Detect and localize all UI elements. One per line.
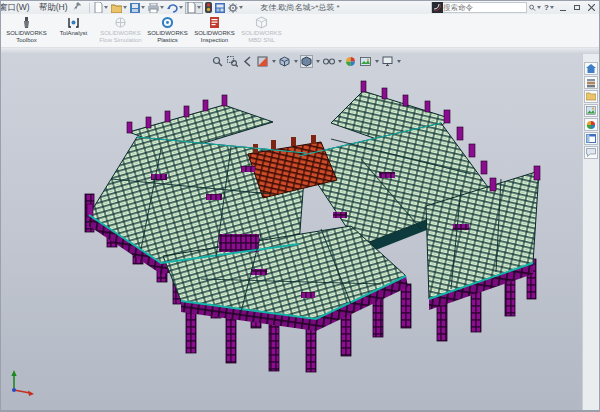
plastics-icon xyxy=(161,16,174,29)
heads-up-toolbar xyxy=(211,55,401,68)
chevron-down-icon xyxy=(338,60,342,63)
minimize-button[interactable] xyxy=(557,2,569,13)
addin-label: Inspection xyxy=(201,37,228,44)
minimize-icon xyxy=(560,10,566,11)
print-button[interactable] xyxy=(147,2,165,14)
addin-label: TolAnalyst xyxy=(60,30,87,37)
section-view-button[interactable] xyxy=(256,55,269,68)
pin-menu-icon[interactable] xyxy=(74,2,82,13)
chevron-down-icon xyxy=(197,6,201,9)
addin-label: Toolbox xyxy=(16,37,37,44)
triad-x-arrow xyxy=(28,390,34,396)
workspace xyxy=(1,54,599,410)
undo-button[interactable] xyxy=(166,2,184,14)
addin-inspection[interactable]: SOLIDWORKS Inspection xyxy=(191,16,238,47)
triad-y-arrow xyxy=(11,370,16,376)
zoom-to-area-button[interactable] xyxy=(226,55,239,68)
inspection-icon xyxy=(208,16,221,29)
menubar: 窗口(W) 帮助(H) xyxy=(0,2,70,14)
task-pane-home-tab[interactable] xyxy=(584,62,598,75)
solidworks-logo-icon xyxy=(432,2,443,13)
view-palette-icon xyxy=(586,106,596,115)
command-manager: SOLIDWORKS Toolbox TolAnalyst SOLIDWORKS… xyxy=(1,14,599,47)
help-button[interactable]: ? xyxy=(543,2,555,13)
quick-access-toolbar xyxy=(93,2,244,14)
options-button[interactable] xyxy=(227,2,244,14)
addin-plastics[interactable]: SOLIDWORKS Plastics xyxy=(144,16,191,47)
display-settings-button[interactable] xyxy=(214,2,226,14)
model-canvas[interactable] xyxy=(1,54,582,410)
chevron-down-icon xyxy=(375,60,379,63)
task-pane-appearances-tab[interactable] xyxy=(584,118,598,131)
rebuild-button[interactable] xyxy=(204,2,213,14)
task-pane-file-explorer-tab[interactable] xyxy=(584,90,598,103)
task-pane-custom-properties-tab[interactable] xyxy=(584,132,598,145)
menu-window[interactable]: 窗口(W) xyxy=(0,2,32,14)
addin-label: Plastics xyxy=(157,37,178,44)
addin-flow-simulation: SOLIDWORKS Flow Simulation xyxy=(97,16,144,47)
document-title: 友佳.欧尚名城>*总装 * xyxy=(260,2,339,13)
task-pane xyxy=(582,54,599,410)
chevron-down-icon xyxy=(179,6,183,9)
command-manager-strip xyxy=(1,47,599,54)
chevron-down-icon xyxy=(239,6,243,9)
chevron-down-icon xyxy=(141,6,145,9)
search-input[interactable] xyxy=(443,3,521,12)
restore-icon xyxy=(574,5,580,10)
chevron-down-icon xyxy=(537,6,541,9)
titlebar: 窗口(W) 帮助(H) xyxy=(1,1,599,14)
chevron-down-icon xyxy=(550,6,554,9)
addin-solidworks-toolbox[interactable]: SOLIDWORKS Toolbox xyxy=(3,16,50,47)
tolanalyst-icon xyxy=(67,16,80,29)
open-button[interactable] xyxy=(110,2,128,14)
task-pane-design-library-tab[interactable] xyxy=(584,76,598,89)
graphics-viewport[interactable] xyxy=(1,54,582,410)
hide-show-items-button[interactable] xyxy=(322,55,335,68)
edit-appearance-button[interactable] xyxy=(344,55,357,68)
separator xyxy=(89,3,90,13)
display-style-button[interactable] xyxy=(300,55,313,68)
forum-icon xyxy=(586,148,596,157)
task-pane-view-palette-tab[interactable] xyxy=(584,104,598,117)
custom-properties-icon xyxy=(586,134,596,143)
previous-view-button[interactable] xyxy=(241,55,254,68)
addin-tolanalyst[interactable]: TolAnalyst xyxy=(50,16,97,47)
design-library-icon xyxy=(586,78,596,88)
new-document-button[interactable] xyxy=(93,2,109,14)
addin-label: Flow Simulation xyxy=(99,37,141,44)
solidworks-window: 窗口(W) 帮助(H) xyxy=(0,0,600,412)
toolbox-icon xyxy=(20,16,33,29)
chevron-down-icon xyxy=(104,6,108,9)
restore-button[interactable] xyxy=(571,2,583,13)
help-label: ? xyxy=(544,3,549,12)
chevron-down-icon xyxy=(397,60,401,63)
chevron-down-icon xyxy=(160,6,164,9)
reference-triad xyxy=(5,366,37,396)
view-settings-button[interactable] xyxy=(381,55,394,68)
triad-x-axis xyxy=(14,390,30,393)
appearances-icon xyxy=(586,120,596,130)
menu-help[interactable]: 帮助(H) xyxy=(37,2,70,14)
chevron-down-icon xyxy=(123,6,127,9)
flow-simulation-icon xyxy=(114,16,127,29)
formwork-model[interactable] xyxy=(85,81,540,372)
chevron-down-icon xyxy=(294,60,298,63)
triad-z-dot xyxy=(12,388,16,392)
home-icon xyxy=(586,64,596,74)
titlebar-right: ? xyxy=(431,2,599,13)
view-orientation-button[interactable] xyxy=(278,55,291,68)
chevron-down-icon xyxy=(316,60,320,63)
apply-scene-button[interactable] xyxy=(359,55,372,68)
file-properties-button[interactable] xyxy=(185,2,203,14)
save-button[interactable] xyxy=(129,2,146,14)
addin-label: MBD SNL xyxy=(248,37,275,44)
addin-mbd-snl: SOLIDWORKS MBD SNL xyxy=(238,16,285,47)
close-button[interactable] xyxy=(585,2,597,13)
folder-icon xyxy=(586,92,596,101)
chevron-down-icon xyxy=(272,60,276,63)
zoom-to-fit-button[interactable] xyxy=(211,55,224,68)
task-pane-forum-tab[interactable] xyxy=(584,146,598,159)
mbd-icon xyxy=(255,16,268,29)
search-options-button[interactable] xyxy=(529,2,541,13)
search-box xyxy=(431,2,527,13)
